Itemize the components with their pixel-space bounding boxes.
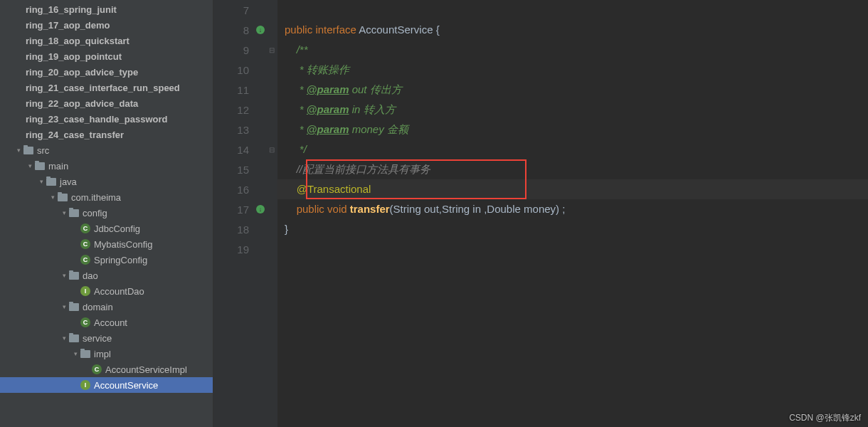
tree-item-label: src (37, 145, 49, 156)
tree-item[interactable]: ▾java (0, 174, 213, 189)
tree-item[interactable]: ▾impl (0, 346, 213, 362)
expand-arrow-icon[interactable]: ▾ (71, 350, 80, 357)
package-icon (80, 348, 91, 359)
tree-item[interactable]: ▾domain (0, 299, 213, 315)
tree-item-label: ring_24_case_transfer (26, 130, 124, 140)
tree-item[interactable]: CAccountServiceImpl (0, 362, 213, 377)
module-icon (11, 4, 23, 15)
tree-item[interactable]: IAccountDao (0, 283, 213, 299)
code-line: //配置当前接口方法具有事务 (277, 159, 868, 179)
tree-item[interactable]: ring_17_aop_demo (0, 17, 213, 33)
expand-arrow-icon[interactable]: ▾ (48, 194, 57, 201)
tree-item[interactable]: ring_23_case_handle_password (0, 111, 213, 127)
package-icon (68, 207, 80, 218)
expand-arrow-icon[interactable]: ▾ (37, 178, 46, 185)
gutter-line[interactable]: 11 (213, 80, 277, 100)
package-icon (68, 301, 80, 312)
gutter-line[interactable]: 13 (213, 120, 277, 139)
tree-item[interactable]: CSpringConfig (0, 252, 213, 268)
tree-item-label: dao (83, 270, 98, 281)
code-editor[interactable]: 78↓9⊟1011121314⊟151617↓1819 public inter… (213, 0, 868, 427)
tree-item[interactable]: CJdbcConfig (0, 221, 213, 236)
class-icon: C (80, 223, 91, 234)
code-line: public void transfer(String out,String i… (277, 199, 868, 219)
tree-item-label: ring_17_aop_demo (26, 20, 110, 31)
tree-item-label: ring_21_case_interface_run_speed (26, 83, 180, 93)
folder-icon (46, 176, 57, 187)
tree-item-label: ring_18_aop_quickstart (26, 36, 129, 46)
tree-item[interactable]: CMybatisConfig (0, 236, 213, 252)
module-icon (11, 35, 23, 46)
package-icon (68, 270, 80, 281)
code-line (277, 0, 868, 20)
tree-item[interactable]: ▾main (0, 158, 213, 174)
tree-item[interactable]: ring_16_spring_junit (0, 1, 213, 17)
tree-item[interactable]: ▾src (0, 142, 213, 158)
expand-arrow-icon[interactable]: ▾ (14, 147, 23, 154)
tree-item[interactable]: IAccountService (0, 377, 213, 393)
fold-icon[interactable]: ⊟ (269, 146, 275, 154)
code-area[interactable]: public interface AccountService { /** * … (277, 0, 868, 427)
tree-item-label: service (83, 333, 112, 344)
interface-icon: I (80, 379, 91, 391)
tree-item[interactable]: ring_21_case_interface_run_speed (0, 80, 213, 95)
gutter-line[interactable]: 7 (213, 0, 277, 20)
project-tree[interactable]: ring_16_spring_junitring_17_aop_demoring… (0, 0, 213, 427)
code-line: */ (277, 139, 868, 159)
tree-item[interactable]: ring_18_aop_quickstart (0, 33, 213, 48)
code-line: * @param money 金额 (277, 120, 868, 139)
code-line: /** (277, 40, 868, 60)
tree-item[interactable]: ▾com.itheima (0, 189, 213, 205)
tree-item-label: config (83, 208, 107, 218)
gutter-line[interactable]: 14⊟ (213, 139, 277, 159)
tree-item-label: AccountService (94, 380, 158, 391)
gutter-line[interactable]: 9⊟ (213, 40, 277, 60)
gutter-line[interactable]: 12 (213, 100, 277, 120)
class-icon: C (80, 317, 91, 328)
folder-icon (23, 144, 34, 156)
tree-item[interactable]: ▾dao (0, 268, 213, 283)
tree-item-label: domain (83, 302, 113, 312)
gutter-line[interactable]: 18 (213, 219, 277, 239)
tree-item-label: ring_20_aop_advice_type (26, 67, 138, 78)
module-icon (11, 82, 23, 93)
expand-arrow-icon[interactable]: ▾ (60, 334, 68, 342)
watermark: CSDN @张凯锋zkf (789, 412, 861, 424)
tree-item-label: main (48, 161, 68, 172)
expand-arrow-icon[interactable]: ▾ (60, 209, 68, 216)
tree-item[interactable]: ring_20_aop_advice_type (0, 64, 213, 80)
tree-item-label: MybatisConfig (94, 239, 152, 250)
override-marker-icon[interactable]: ↓ (256, 26, 265, 34)
expand-arrow-icon[interactable]: ▾ (60, 303, 68, 310)
gutter-line[interactable]: 10 (213, 60, 277, 80)
tree-item-label: java (60, 176, 77, 187)
tree-item-label: ring_23_case_handle_password (26, 114, 167, 125)
code-line: * @param out 传出方 (277, 80, 868, 100)
tree-item[interactable]: ▾service (0, 330, 213, 346)
expand-arrow-icon[interactable]: ▾ (26, 162, 34, 169)
tree-item[interactable]: CAccount (0, 315, 213, 330)
tree-item[interactable]: ring_24_case_transfer (0, 127, 213, 142)
module-icon (11, 129, 23, 140)
gutter-line[interactable]: 16 (213, 179, 277, 199)
tree-item-label: SpringConfig (94, 255, 147, 265)
tree-item[interactable]: ▾config (0, 205, 213, 221)
gutter-line[interactable]: 15 (213, 159, 277, 179)
code-line: * 转账操作 (277, 60, 868, 80)
override-marker-icon[interactable]: ↓ (256, 205, 265, 214)
module-icon (11, 113, 23, 125)
class-icon: C (91, 364, 102, 375)
gutter-line[interactable]: 8↓ (213, 20, 277, 40)
module-icon (11, 66, 23, 78)
gutter-line[interactable]: 19 (213, 239, 277, 259)
gutter-line[interactable]: 17↓ (213, 199, 277, 219)
code-line: * @param in 转入方 (277, 100, 868, 120)
code-line: } (277, 219, 868, 239)
class-icon: C (80, 238, 91, 250)
expand-arrow-icon[interactable]: ▾ (60, 272, 68, 279)
tree-item[interactable]: ring_19_aop_pointcut (0, 48, 213, 64)
tree-item-label: Account (94, 317, 127, 328)
module-icon (11, 51, 23, 62)
tree-item[interactable]: ring_22_aop_advice_data (0, 95, 213, 111)
fold-icon[interactable]: ⊟ (269, 46, 275, 54)
